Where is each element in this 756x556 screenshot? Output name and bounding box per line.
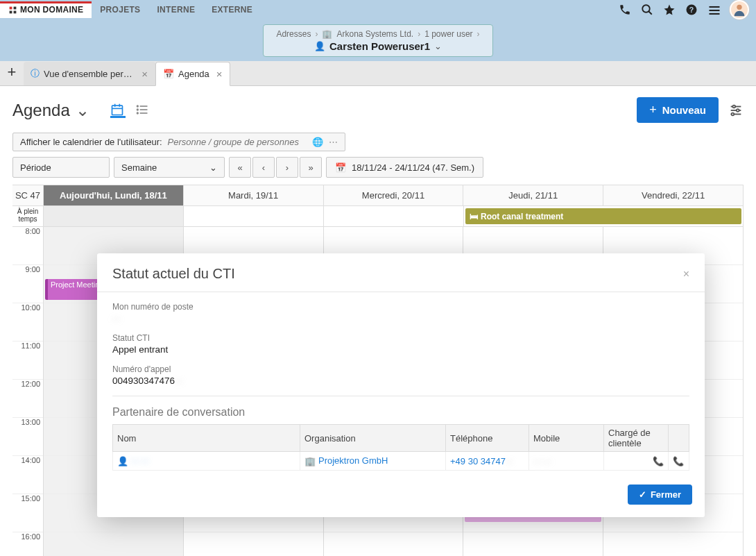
- partner-section-title: Partenaire de conversation: [112, 396, 689, 419]
- person-icon: 👤: [314, 41, 325, 51]
- svg-point-11: [737, 5, 741, 10]
- more-icon[interactable]: ⋯: [329, 137, 338, 147]
- phone-icon[interactable]: [619, 3, 631, 16]
- help-icon[interactable]: ?: [685, 3, 698, 16]
- tab-overview[interactable]: ⓘ Vue d'ensemble person ×: [24, 62, 155, 85]
- person-filter-input[interactable]: [168, 137, 307, 147]
- phone-green-icon[interactable]: 📞: [673, 456, 684, 466]
- building-icon: 🏢: [322, 29, 332, 39]
- last-button[interactable]: »: [300, 157, 322, 178]
- svg-point-25: [737, 109, 739, 112]
- next-button[interactable]: ›: [276, 157, 298, 178]
- building-icon: 🏢: [304, 456, 316, 466]
- numero-label: Numéro d'appel: [112, 364, 689, 374]
- partner-name-link[interactable]: ··· ···: [131, 455, 148, 466]
- poste-value: ···: [112, 313, 689, 323]
- nav-interne[interactable]: INTERNE: [148, 1, 203, 18]
- breadcrumb: Adresses› 🏢 Arkona Systems Ltd.› 1 power…: [263, 24, 492, 57]
- bc-org[interactable]: Arkona Systems Ltd.: [336, 29, 413, 39]
- partner-org-link[interactable]: Projektron GmbH: [318, 455, 388, 466]
- close-icon[interactable]: ×: [683, 268, 689, 280]
- filter-label: Afficher le calendrier de l'utilisateur:: [20, 137, 162, 147]
- person-icon: 👤: [117, 456, 128, 466]
- bed-icon: 🛏: [470, 212, 478, 221]
- bc-adresses[interactable]: Adresses: [276, 29, 311, 39]
- first-button[interactable]: «: [229, 157, 251, 178]
- allday-label: À plein temps: [12, 206, 44, 226]
- page-title[interactable]: Agenda ⌄: [12, 101, 89, 120]
- period-label: Période: [12, 157, 110, 178]
- bc-person: Carsten Poweruser1: [329, 40, 430, 52]
- week-number: SC 47: [12, 185, 44, 206]
- svg-point-4: [642, 5, 650, 12]
- cti-status-modal: Statut actuel du CTI × Mon numéro de pos…: [97, 253, 705, 517]
- numero-value: 004930347476···: [112, 376, 689, 386]
- col-mob: Mobile: [529, 425, 604, 452]
- period-select[interactable]: Semaine ⌄: [114, 157, 225, 178]
- chevron-down-icon: ⌄: [209, 162, 217, 173]
- col-nom: Nom: [113, 425, 300, 452]
- day-header-tue[interactable]: Mardi, 19/11: [184, 185, 324, 206]
- search-icon[interactable]: [641, 3, 653, 16]
- day-header-fri[interactable]: Vendredi, 22/11: [603, 185, 744, 206]
- svg-point-20: [137, 109, 138, 110]
- day-header-mon[interactable]: Aujourd'hui, Lundi, 18/11: [44, 185, 184, 206]
- svg-rect-12: [112, 106, 122, 115]
- partner-tel-link[interactable]: +49 30 34747···: [450, 456, 513, 466]
- chevron-down-icon[interactable]: ⌄: [76, 101, 89, 120]
- partner-table: Nom Organisation Téléphone Mobile Chargé…: [112, 424, 689, 471]
- settings-icon[interactable]: [728, 103, 744, 118]
- svg-rect-1: [14, 6, 17, 9]
- nouveau-button[interactable]: + Nouveau: [637, 97, 719, 123]
- svg-point-27: [732, 112, 734, 115]
- poste-label: Mon numéro de poste: [112, 302, 689, 312]
- prev-button[interactable]: ‹: [252, 157, 275, 178]
- svg-point-21: [137, 112, 138, 114]
- date-range-picker[interactable]: 📅 18/11/24 - 24/11/24 (47. Sem.): [326, 157, 483, 178]
- tab-agenda[interactable]: 📅 Agenda ×: [155, 62, 230, 86]
- svg-rect-2: [10, 10, 12, 13]
- bc-role[interactable]: 1 power user: [424, 29, 472, 39]
- close-icon[interactable]: ×: [141, 68, 148, 80]
- time-column: 8:00 9:00 10:00 11:00 12:00 13:00 14:00 …: [12, 227, 44, 556]
- fermer-button[interactable]: ✓ Fermer: [628, 485, 692, 505]
- partner-mobile: ··· ···: [533, 456, 551, 466]
- globe-icon[interactable]: 🌐: [312, 137, 323, 147]
- nav-externe[interactable]: EXTERNE: [203, 1, 261, 18]
- col-charge: Chargé de clientèle: [604, 425, 669, 452]
- modal-title: Statut actuel du CTI: [112, 266, 235, 282]
- calendar-icon: 📅: [335, 162, 346, 173]
- col-tel: Téléphone: [446, 425, 529, 452]
- close-icon[interactable]: ×: [216, 68, 223, 80]
- nav-mon-domaine[interactable]: MON DOMAINE: [0, 1, 92, 18]
- calendar-view-icon[interactable]: [110, 103, 126, 118]
- svg-rect-3: [14, 10, 17, 13]
- statut-value: Appel entrant: [112, 344, 689, 355]
- list-view-icon[interactable]: [135, 103, 151, 118]
- day-header-thu[interactable]: Jeudi, 21/11: [463, 185, 603, 206]
- svg-text:?: ?: [689, 6, 694, 14]
- col-org: Organisation: [300, 425, 446, 452]
- nav-projets[interactable]: PROJETS: [92, 1, 148, 18]
- phone-call-icon[interactable]: 📞: [653, 456, 664, 466]
- calendar-icon: 📅: [163, 69, 174, 79]
- menu-icon[interactable]: [707, 3, 720, 16]
- event-root-canal[interactable]: 🛏 Root canal treatment: [465, 208, 741, 224]
- svg-line-5: [648, 11, 652, 15]
- statut-label: Statut CTI: [112, 333, 689, 343]
- svg-point-23: [732, 105, 735, 108]
- table-row: 👤··· ··· 🏢Projektron GmbH +49 30 34747··…: [113, 452, 689, 471]
- avatar[interactable]: [730, 0, 749, 19]
- day-header-wed[interactable]: Mercredi, 20/11: [324, 185, 464, 206]
- user-filter-box: Afficher le calendrier de l'utilisateur:…: [12, 133, 345, 151]
- new-tab-button[interactable]: +: [0, 63, 24, 85]
- svg-rect-0: [10, 6, 12, 9]
- star-icon[interactable]: [663, 3, 676, 16]
- svg-point-19: [137, 106, 138, 107]
- check-icon: ✓: [639, 489, 646, 500]
- info-icon: ⓘ: [31, 67, 40, 80]
- chevron-down-icon[interactable]: ⌄: [434, 41, 442, 51]
